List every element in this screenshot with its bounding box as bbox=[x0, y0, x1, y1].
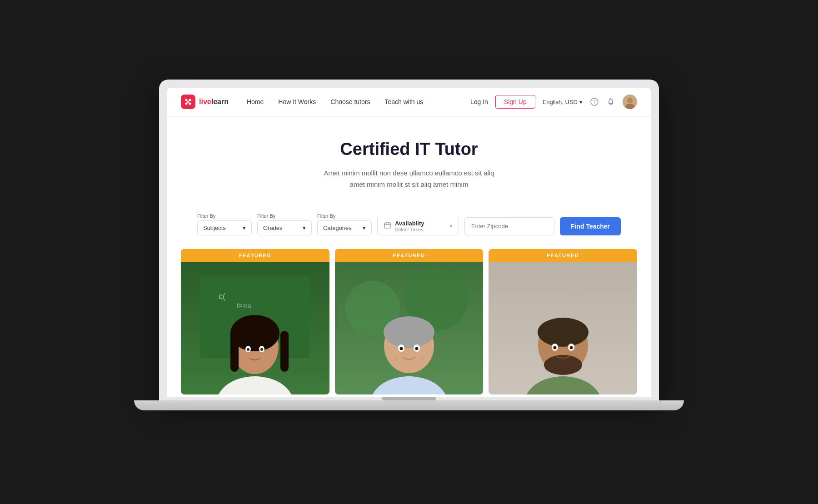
svg-point-38 bbox=[400, 347, 403, 350]
logo-svg bbox=[184, 98, 192, 106]
help-icon[interactable]: ? bbox=[590, 97, 599, 106]
svg-point-35 bbox=[384, 316, 434, 348]
find-teacher-button[interactable]: Find Teacher bbox=[560, 217, 621, 235]
login-button[interactable]: Log In bbox=[470, 98, 488, 105]
calendar-icon bbox=[384, 221, 391, 230]
laptop-base bbox=[134, 400, 684, 410]
subjects-filter-group: Filter By Subjects ▾ bbox=[197, 213, 252, 235]
navbar: livelearn Home How It Works Choose tutor… bbox=[167, 88, 651, 117]
logo[interactable]: livelearn bbox=[181, 95, 229, 109]
language-label: English, USD bbox=[543, 99, 578, 105]
nav-how-it-works[interactable]: How It Works bbox=[278, 98, 316, 105]
tutor-card[interactable]: FEATURED bbox=[489, 249, 637, 394]
featured-badge: FEATURED bbox=[335, 249, 484, 262]
subjects-select[interactable]: Subjects ▾ bbox=[197, 220, 252, 235]
laptop-screen: livelearn Home How It Works Choose tutor… bbox=[167, 88, 651, 397]
card-visual-1: c( f=ma bbox=[181, 249, 329, 394]
featured-badge: FEATURED bbox=[489, 249, 637, 262]
svg-rect-13 bbox=[384, 223, 391, 228]
nav-links: Home How It Works Choose tutors Teach wi… bbox=[247, 98, 470, 105]
featured-badge: FEATURED bbox=[181, 249, 329, 262]
categories-value: Categories bbox=[323, 225, 352, 231]
notification-icon[interactable] bbox=[606, 97, 615, 106]
nav-home[interactable]: Home bbox=[247, 98, 264, 105]
svg-point-28 bbox=[247, 348, 249, 351]
svg-point-11 bbox=[627, 98, 633, 103]
svg-point-20 bbox=[216, 376, 294, 394]
tutor-person-2 bbox=[345, 263, 473, 394]
svg-point-39 bbox=[415, 347, 419, 350]
card-visual-2 bbox=[335, 249, 484, 394]
svg-rect-24 bbox=[230, 331, 239, 372]
availability-title: Availabilty bbox=[395, 220, 424, 227]
subjects-label: Filter By bbox=[197, 213, 252, 219]
laptop-mockup: livelearn Home How It Works Choose tutor… bbox=[159, 80, 659, 425]
subtitle-line2: amet minim mollit st sit aliq amet minim bbox=[350, 180, 469, 188]
svg-text:?: ? bbox=[593, 100, 596, 105]
hero-section: Certified IT Tutor Amet minim mollit non… bbox=[167, 117, 651, 204]
tutor-person-1: c( f=ma bbox=[191, 263, 319, 394]
nav-choose-tutors[interactable]: Choose tutors bbox=[330, 98, 370, 105]
availability-text: Availabilty Select Times bbox=[395, 220, 424, 232]
categories-chevron-icon: ▾ bbox=[363, 225, 366, 231]
svg-rect-25 bbox=[280, 331, 289, 372]
signup-button[interactable]: Sign Up bbox=[495, 95, 535, 109]
chevron-down-icon: ▾ bbox=[579, 99, 583, 105]
nav-actions: Log In Sign Up English, USD ▾ ? bbox=[470, 95, 637, 109]
nav-teach-with-us[interactable]: Teach with us bbox=[384, 98, 423, 105]
subjects-chevron-icon: ▾ bbox=[243, 225, 246, 231]
svg-point-29 bbox=[260, 348, 263, 351]
logo-part1: live bbox=[199, 98, 211, 105]
svg-text:c(: c( bbox=[219, 292, 225, 301]
categories-label: Filter By bbox=[317, 213, 372, 219]
filter-bar: Filter By Subjects ▾ Filter By Grades ▾ … bbox=[167, 204, 651, 249]
svg-text:f=ma: f=ma bbox=[237, 302, 251, 309]
availability-chevron-icon: ▾ bbox=[450, 224, 452, 229]
svg-point-48 bbox=[569, 346, 573, 349]
svg-point-47 bbox=[553, 346, 556, 349]
availability-selector[interactable]: Availabilty Select Times ▾ bbox=[377, 217, 459, 235]
logo-part2: learn bbox=[211, 98, 229, 105]
categories-select[interactable]: Categories ▾ bbox=[317, 220, 372, 235]
laptop-body: livelearn Home How It Works Choose tutor… bbox=[159, 80, 659, 400]
grades-chevron-icon: ▾ bbox=[303, 225, 306, 231]
logo-text: livelearn bbox=[199, 98, 229, 106]
subtitle-line1: Amet minim mollit non dese ullamco eulla… bbox=[324, 169, 494, 177]
grades-value: Grades bbox=[263, 225, 283, 231]
categories-filter-group: Filter By Categories ▾ bbox=[317, 213, 372, 235]
hero-subtitle: Amet minim mollit non dese ullamco eulla… bbox=[176, 167, 642, 190]
availability-group: Availabilty Select Times ▾ bbox=[377, 217, 459, 235]
language-selector[interactable]: English, USD ▾ bbox=[543, 99, 583, 105]
grades-select[interactable]: Grades ▾ bbox=[257, 220, 312, 235]
zipcode-input[interactable] bbox=[464, 217, 554, 235]
grades-label: Filter By bbox=[257, 213, 312, 219]
svg-point-43 bbox=[538, 318, 589, 347]
subjects-value: Subjects bbox=[203, 225, 226, 231]
tutor-person-3 bbox=[499, 263, 627, 394]
avatar-svg bbox=[623, 95, 637, 109]
tutor-card[interactable]: FEATURED c( f=ma bbox=[181, 249, 329, 394]
grades-filter-group: Filter By Grades ▾ bbox=[257, 213, 312, 235]
card-visual-3 bbox=[489, 249, 637, 394]
tutor-cards-section: FEATURED c( f=ma bbox=[167, 249, 651, 394]
laptop-notch bbox=[382, 397, 436, 400]
svg-point-40 bbox=[524, 376, 602, 394]
tutor-card[interactable]: FEATURED bbox=[335, 249, 484, 394]
user-avatar[interactable] bbox=[623, 95, 637, 109]
availability-subtitle: Select Times bbox=[395, 227, 424, 232]
hero-title: Certified IT Tutor bbox=[176, 140, 642, 159]
logo-icon bbox=[181, 95, 195, 109]
svg-point-32 bbox=[370, 376, 448, 394]
